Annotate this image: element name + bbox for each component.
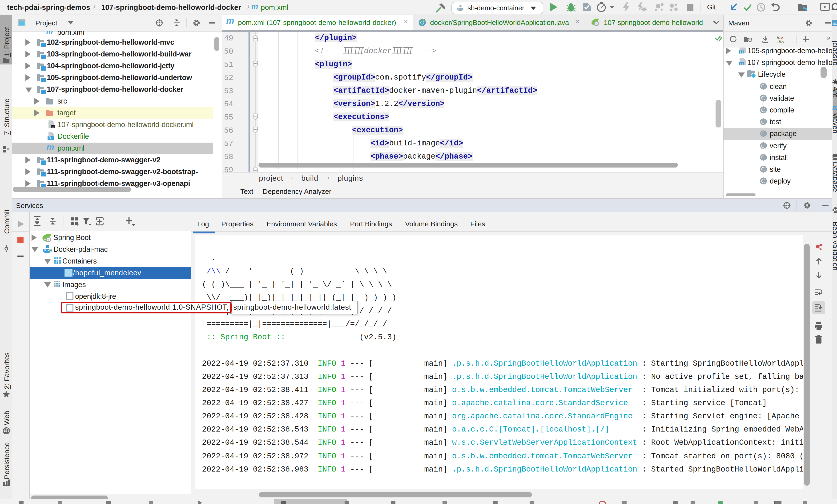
svg-text:D: D (49, 136, 51, 140)
svg-text:↓V.: ↓V. (777, 39, 782, 43)
svg-text:y: y (782, 39, 784, 43)
